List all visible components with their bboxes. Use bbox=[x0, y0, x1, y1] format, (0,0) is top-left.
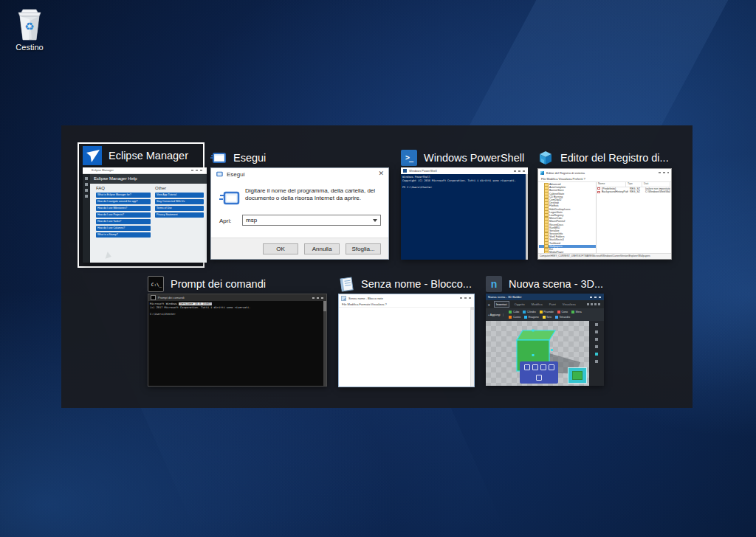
task-card-cmd[interactable]: C:\_ Prompt dei comandi Prompt dei coman… bbox=[148, 274, 327, 387]
shape-item: Tetraedro bbox=[555, 316, 570, 319]
task-card-3d-builder[interactable]: n Nuova scena - 3D... Nuova scena - 3D B… bbox=[486, 274, 604, 386]
card-title: Eclipse Manager bbox=[109, 150, 188, 162]
tool-icon bbox=[595, 330, 598, 333]
mini-powershell-icon bbox=[403, 169, 407, 173]
run-dialog-icon bbox=[210, 150, 227, 166]
value-row: BackgroundHistoryPath0 REG_SZ C:\Windows… bbox=[597, 190, 670, 194]
mini-titlebar: Esegui bbox=[227, 171, 244, 178]
cancel-button: Annulla bbox=[304, 243, 340, 254]
notepad-thumbnail: Senza nome - Blocco note File Modifica F… bbox=[338, 294, 475, 387]
mini-sidebar bbox=[83, 174, 90, 263]
open-value: msp bbox=[246, 217, 257, 224]
add-button: + Aggiungi bbox=[488, 313, 504, 316]
column-nome: Nome bbox=[597, 182, 626, 187]
shape-item: Cono bbox=[557, 311, 568, 313]
chevron-down-icon bbox=[373, 219, 377, 222]
hamburger-icon: ≡ bbox=[488, 302, 490, 307]
center-icon bbox=[536, 375, 542, 381]
tool-icon bbox=[595, 345, 598, 348]
transform-popup bbox=[520, 361, 558, 384]
scale-icon bbox=[532, 364, 538, 370]
rotate-icon bbox=[524, 364, 530, 370]
recycle-bin[interactable]: ♻ Cestino bbox=[9, 6, 50, 52]
ok-button: OK bbox=[263, 243, 298, 254]
other-button: Stay Connected With Us bbox=[155, 199, 204, 204]
card-title: Esegui bbox=[233, 152, 266, 164]
console-text: Windows PowerShell Copyright (C) 2016 Mi… bbox=[401, 174, 526, 260]
notepad-icon bbox=[338, 276, 354, 292]
move-icon bbox=[540, 364, 546, 370]
open-label: Apri: bbox=[219, 218, 231, 224]
other-button: Privacy Statement bbox=[155, 212, 204, 218]
shape-swatch-icon bbox=[571, 311, 574, 313]
eclipse-manager-icon bbox=[83, 146, 102, 165]
right-toolbar bbox=[589, 321, 604, 386]
mini-window-controls bbox=[460, 297, 472, 299]
faq-button: What is Eclipse Manager for? bbox=[96, 193, 151, 198]
mini-menubar: File Modifica Formato Visualizza ? bbox=[339, 302, 474, 308]
mini-app-header: Eclipse Manager Help bbox=[90, 174, 207, 184]
mini-ribbon: ≡ InserisciOggettoModificaPaintVisualizz… bbox=[486, 300, 604, 308]
faq-button: How do I use Columns? bbox=[96, 226, 151, 231]
ribbon-tab: Inserisci bbox=[494, 301, 509, 308]
mini-notepad-icon bbox=[341, 296, 346, 301]
mini-titlebar: Senza nome - Blocco note bbox=[348, 297, 383, 300]
shape-item: Esagono bbox=[524, 316, 538, 319]
powershell-icon: >_ bbox=[401, 150, 417, 166]
faq-button: How do I use Tasks? bbox=[96, 219, 151, 224]
faq-heading: FAQ bbox=[96, 186, 151, 190]
cmd-thumbnail: Prompt dei comandi Microsoft Windows [Ve… bbox=[148, 294, 327, 387]
shape-item: Cubo bbox=[509, 311, 519, 313]
mini-cube-icon bbox=[572, 371, 583, 380]
shape-swatch-icon bbox=[524, 316, 527, 319]
shape-item: Sfera bbox=[571, 311, 582, 313]
mini-window-controls bbox=[514, 170, 526, 172]
shape-swatch-icon bbox=[523, 311, 526, 313]
card-title: Senza nome - Blocco... bbox=[361, 278, 472, 290]
registry-values-pane: Nome Tipo Dati (Predefinito) REG_SZ (val… bbox=[597, 182, 670, 254]
faq-button: What is a Stamp? bbox=[96, 232, 151, 238]
value-row: (Predefinito) REG_SZ (valore non imposta… bbox=[597, 187, 670, 191]
cmd-icon: C:\_ bbox=[148, 276, 164, 292]
task-card-eclipse-manager[interactable]: Eclipse Manager Eclipse Manager Eclipse … bbox=[78, 142, 205, 268]
task-card-powershell[interactable]: >_ Windows PowerShell Windows PowerShell… bbox=[401, 148, 528, 260]
mini-scrollbar bbox=[470, 307, 474, 387]
faq-button: How do I navigate around the app? bbox=[96, 199, 151, 204]
other-heading: Other bbox=[155, 186, 204, 190]
run-body-icon bbox=[219, 190, 240, 209]
object-preview bbox=[568, 367, 587, 384]
tool-icon bbox=[595, 323, 598, 326]
svg-text:♻: ♻ bbox=[24, 20, 34, 33]
shape-swatch-icon bbox=[557, 311, 560, 313]
card-title: Editor del Registro di... bbox=[560, 152, 669, 164]
ribbon-tab: Visualizza bbox=[561, 302, 577, 307]
open-combobox: msp bbox=[242, 215, 381, 226]
3d-builder-thumbnail: Nuova scena - 3D Builder ≡ InserisciOgge… bbox=[486, 294, 604, 386]
card-title: Prompt dei comandi bbox=[171, 278, 266, 290]
eclipse-manager-thumbnail: Eclipse Manager Eclipse Manager Help FAQ… bbox=[83, 167, 207, 263]
settle-icon bbox=[549, 364, 554, 370]
active-tool-icon bbox=[595, 353, 598, 356]
shape-swatch-icon bbox=[543, 316, 546, 319]
recycle-bin-icon: ♻ bbox=[13, 6, 47, 41]
mini-app-body: FAQ What is Eclipse Manager for?How do I… bbox=[90, 184, 207, 263]
console-text: Microsoft Windows [Versione 10.0.15063] … bbox=[148, 301, 323, 386]
ribbon-tab: Oggetto bbox=[513, 302, 526, 307]
task-card-esegui[interactable]: Esegui Esegui ✕ Digitare il nome del pro… bbox=[210, 148, 389, 260]
registry-editor-icon bbox=[537, 150, 554, 166]
task-card-notepad[interactable]: Senza nome - Blocco... Senza nome - Bloc… bbox=[338, 274, 475, 387]
shape-item: Cuneo bbox=[509, 316, 520, 319]
other-button: View App Tutorial bbox=[155, 193, 204, 198]
mini-window-controls bbox=[590, 297, 602, 298]
ribbon-tab: Modifica bbox=[530, 302, 544, 307]
mini-titlebar: Windows PowerShell bbox=[409, 169, 437, 173]
shape-item: Piramide bbox=[540, 311, 554, 313]
3d-viewport bbox=[486, 321, 589, 386]
run-dialog-thumbnail: Esegui ✕ Digitare il nome del programma,… bbox=[210, 167, 389, 260]
card-title: Nuova scena - 3D... bbox=[509, 278, 603, 290]
task-card-regedit[interactable]: Editor del Registro di... Editor del Reg… bbox=[537, 148, 672, 260]
watermark-arrow bbox=[106, 252, 113, 260]
mini-toolbar: + Aggiungi Cubo Cilindro Piramide Cono S… bbox=[486, 308, 604, 321]
mini-window-controls bbox=[191, 170, 205, 171]
mini-window-controls bbox=[659, 172, 669, 173]
